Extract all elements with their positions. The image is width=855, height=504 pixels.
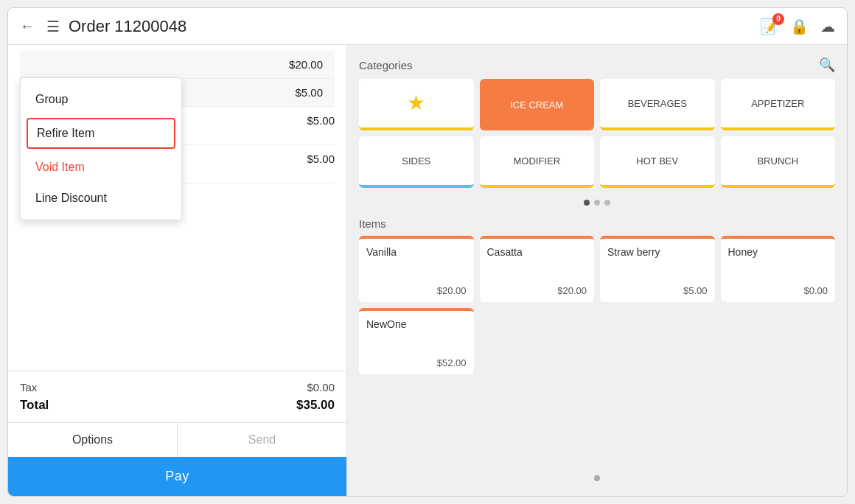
item-price: $20.00 [289,58,323,71]
header-left: ← ☰ Order 11200048 [20,17,186,36]
dropdown-void[interactable]: Void Item [21,152,181,183]
header-icons: 📝 0 🔒 ☁ [760,18,835,35]
tax-label: Tax [20,381,37,393]
total-value: $35.00 [296,398,335,413]
items-section: Items Vanilla $20.00 Casatta $20.00 [359,217,835,374]
tax-value: $0.00 [307,381,335,393]
category-favorites[interactable]: ★ [359,79,474,130]
item-card-price: $0.00 [728,270,828,296]
app-container: ← ☰ Order 11200048 📝 0 🔒 ☁ Group Refire … [7,7,848,497]
item-card-name: Vanilla [366,246,467,258]
categories-title: Categories [359,59,413,71]
item-card-name: Honey [728,246,828,258]
category-label: BRUNCH [757,155,798,167]
item-card-name: Casatta [487,246,587,258]
total-row: Total $35.00 [20,396,335,415]
page-title: Order 11200048 [69,17,186,36]
category-label: MODIFIER [513,155,560,167]
item-card-price: $5.00 [607,270,708,296]
item-strawberry[interactable]: Straw berry $5.00 [600,236,715,302]
category-appetizer[interactable]: APPETIZER [721,79,836,130]
item-card-price: $20.00 [366,270,467,296]
item-card-name: Straw berry [607,246,708,258]
lock-button[interactable]: 🔒 [790,18,809,35]
totals-section: Tax $0.00 Total $35.00 [8,371,346,422]
item-card-name: NewOne [366,318,467,330]
notification-badge: 0 [772,13,784,25]
pagination-dots [359,200,835,206]
dropdown-discount[interactable]: Line Discount [21,183,181,214]
category-hot-bev[interactable]: HOT BEV [600,136,715,188]
category-ice-cream[interactable]: ICE CREAM [480,79,595,130]
items-header: Items [359,217,835,230]
action-buttons: Options Send [8,422,346,457]
dot-3 [604,200,610,206]
category-label: ICE CREAM [510,99,563,111]
total-label: Total [20,398,49,413]
left-panel: Group Refire Item Void Item Line Discoun… [8,45,347,496]
star-icon: ★ [407,91,425,115]
table-row[interactable]: $20.00 [20,51,335,79]
send-button[interactable]: Send [178,423,346,457]
item-newone[interactable]: NewOne $52.00 [359,308,474,374]
item-card-price: $52.00 [366,343,467,368]
header: ← ☰ Order 11200048 📝 0 🔒 ☁ [8,8,847,45]
item-price: $5.00 [307,114,335,127]
item-price: $5.00 [307,153,335,165]
bottom-indicator [359,472,835,484]
category-beverages[interactable]: BEVERAGES [600,79,715,130]
item-casatta[interactable]: Casatta $20.00 [480,236,595,302]
options-button[interactable]: Options [8,423,178,457]
categories-section: Categories 🔍 ★ ICE CREAM BEVERAGES [359,57,835,188]
back-button[interactable]: ← [20,18,35,35]
main-content: Group Refire Item Void Item Line Discoun… [8,45,847,496]
pay-button[interactable]: Pay [8,457,346,496]
dropdown-menu: Group Refire Item Void Item Line Discoun… [20,77,182,220]
category-brunch[interactable]: BRUNCH [721,136,836,188]
category-label: APPETIZER [751,98,804,109]
dropdown-group[interactable]: Group [21,84,181,115]
items-grid: Vanilla $20.00 Casatta $20.00 Straw berr… [359,236,835,374]
dot-2 [594,200,600,206]
item-price: $5.00 [295,86,323,99]
category-label: SIDES [402,155,430,167]
tax-row: Tax $0.00 [20,379,335,396]
menu-button[interactable]: ☰ [46,18,60,35]
categories-header: Categories 🔍 [359,57,835,73]
items-title: Items [359,217,386,230]
bottom-dot [594,475,600,481]
item-honey[interactable]: Honey $0.00 [721,236,836,302]
category-sides[interactable]: SIDES [359,136,474,188]
item-vanilla[interactable]: Vanilla $20.00 [359,236,474,302]
category-label: BEVERAGES [628,98,687,109]
cloud-button[interactable]: ☁ [820,18,835,35]
dropdown-refire[interactable]: Refire Item [27,118,175,149]
dot-1 [584,200,590,206]
notification-button[interactable]: 📝 0 [760,18,778,35]
category-modifier[interactable]: MODIFIER [480,136,595,188]
right-panel: Categories 🔍 ★ ICE CREAM BEVERAGES [347,45,847,496]
categories-grid: ★ ICE CREAM BEVERAGES APPETIZER [359,79,835,188]
category-label: HOT BEV [636,155,678,167]
item-card-price: $20.00 [487,270,587,296]
search-icon[interactable]: 🔍 [819,57,835,73]
